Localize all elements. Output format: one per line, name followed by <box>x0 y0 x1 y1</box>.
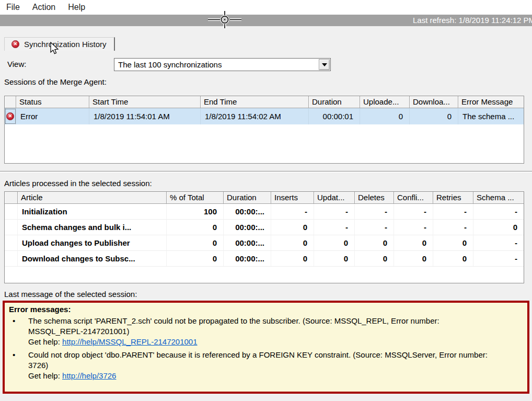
article-icon-cell <box>5 235 18 250</box>
article-schema: - <box>473 204 524 219</box>
sessions-label: Sessions of the Merge Agent: <box>4 77 107 86</box>
column-header-icon[interactable] <box>5 96 16 108</box>
column-header-inserts[interactable]: Inserts <box>271 192 314 204</box>
last-message-label: Last message of the selected session: <box>4 290 137 299</box>
column-header-schema[interactable]: Schema ... <box>473 192 524 204</box>
article-name: Schema changes and bulk i... <box>18 220 167 235</box>
article-updates: 0 <box>314 235 355 250</box>
get-help-label: Get help: <box>28 371 60 380</box>
article-icon-cell <box>5 204 18 219</box>
article-duration: 00:00:... <box>224 235 271 250</box>
view-dropdown[interactable]: The last 100 synchronizations <box>114 58 331 71</box>
article-pct: 0 <box>167 251 224 266</box>
menu-bar: File Action Help <box>0 0 532 15</box>
article-icon-cell <box>5 220 18 235</box>
column-header-deletes[interactable]: Deletes <box>355 192 394 204</box>
column-header-end-time[interactable]: End Time <box>201 96 309 108</box>
session-status-icon-cell <box>5 108 16 124</box>
column-header-status[interactable]: Status <box>16 96 89 108</box>
menu-file[interactable]: File <box>0 0 26 15</box>
session-row-selected[interactable]: Error 1/8/2019 11:54:01 AM 1/8/2019 11:5… <box>5 108 524 124</box>
article-updates: - <box>314 220 355 235</box>
session-uploaded: 0 <box>360 108 410 124</box>
menu-help[interactable]: Help <box>62 0 91 15</box>
article-deletes: - <box>355 220 394 235</box>
article-retries: 0 <box>433 235 473 250</box>
article-name: Upload changes to Publisher <box>18 235 167 250</box>
article-row[interactable]: Download changes to Subsc... 0 00:00:...… <box>5 251 524 267</box>
article-row[interactable]: Initialization 100 00:00:... - - - - - - <box>5 204 524 220</box>
column-header-conflicts[interactable]: Confli... <box>394 192 433 204</box>
error-message-item: • The schema script 'PARENT_2.sch' could… <box>9 316 523 347</box>
article-retries: - <box>433 204 473 219</box>
session-end-time: 1/8/2019 11:54:02 AM <box>201 108 309 124</box>
article-deletes: 0 <box>355 235 394 250</box>
tab-label: Synchronization History <box>24 40 107 49</box>
column-header-icon[interactable] <box>5 192 18 204</box>
error-message-text: Could not drop object 'dbo.PARENT' becau… <box>28 350 523 360</box>
article-schema: 0 <box>473 220 524 235</box>
session-start-time: 1/8/2019 11:54:01 AM <box>89 108 201 124</box>
view-dropdown-value: The last 100 synchronizations <box>118 59 222 71</box>
articles-header-row: Article % of Total Duration Inserts Upda… <box>5 192 524 204</box>
sessions-table: Status Start Time End Time Duration Uplo… <box>4 96 524 164</box>
crosshair-icon <box>207 10 242 29</box>
dropdown-arrow-button[interactable] <box>319 59 330 70</box>
article-name: Download changes to Subsc... <box>18 251 167 266</box>
column-header-duration[interactable]: Duration <box>309 96 360 108</box>
error-icon <box>6 112 14 120</box>
article-row[interactable]: Schema changes and bulk i... 0 00:00:...… <box>5 220 524 235</box>
session-downloaded: 0 <box>410 108 458 124</box>
article-pct: 0 <box>167 235 224 250</box>
article-conflicts: - <box>394 204 433 219</box>
article-conflicts: 0 <box>394 235 433 250</box>
article-retries: - <box>433 220 473 235</box>
article-duration: 00:00:... <box>224 251 271 266</box>
column-header-duration[interactable]: Duration <box>224 192 271 204</box>
column-header-start-time[interactable]: Start Time <box>89 96 201 108</box>
article-deletes: - <box>355 204 394 219</box>
menu-action[interactable]: Action <box>26 0 62 15</box>
column-header-pct-of-total[interactable]: % of Total <box>167 192 224 204</box>
error-icon <box>11 40 19 48</box>
column-header-article[interactable]: Article <box>18 192 167 204</box>
last-refresh-status: Last refresh: 1/8/2019 11:24:12 PM <box>413 15 532 26</box>
article-pct: 0 <box>167 220 224 235</box>
article-row[interactable]: Upload changes to Publisher 0 00:00:... … <box>5 235 524 251</box>
article-updates: - <box>314 204 355 219</box>
help-link[interactable]: http://help/3726 <box>62 371 116 380</box>
article-inserts: 0 <box>271 251 314 266</box>
column-header-error-message[interactable]: Error Message <box>458 96 524 108</box>
mouse-cursor-icon <box>50 42 60 55</box>
get-help-label: Get help: <box>28 337 60 346</box>
error-messages-panel: Error messages: • The schema script 'PAR… <box>3 301 529 394</box>
session-duration: 00:00:01 <box>309 108 360 124</box>
article-schema: - <box>473 235 524 250</box>
article-icon-cell <box>5 251 18 266</box>
articles-table: Article % of Total Duration Inserts Upda… <box>4 191 524 283</box>
error-message-item: • Could not drop object 'dbo.PARENT' bec… <box>9 350 523 381</box>
session-error-message: The schema ... <box>458 108 524 124</box>
view-label: View: <box>7 60 26 68</box>
column-header-retries[interactable]: Retries <box>433 192 473 204</box>
article-inserts: 0 <box>271 220 314 235</box>
error-message-text: The schema script 'PARENT_2.sch' could n… <box>28 316 523 326</box>
column-header-updates[interactable]: Updat... <box>314 192 355 204</box>
error-message-text: MSSQL_REPL-2147201001) <box>28 326 523 337</box>
column-header-downloaded[interactable]: Downloa... <box>410 96 458 108</box>
article-duration: 00:00:... <box>224 204 271 219</box>
article-schema: - <box>473 251 524 266</box>
bullet-icon: • <box>13 316 15 326</box>
tab-synchronization-history[interactable]: Synchronization History <box>4 37 115 51</box>
help-link[interactable]: http://help/MSSQL_REPL-2147201001 <box>62 337 198 346</box>
article-pct: 100 <box>167 204 224 219</box>
sessions-header-row: Status Start Time End Time Duration Uplo… <box>5 96 524 108</box>
article-duration: 00:00:... <box>224 220 271 235</box>
error-message-text: 3726) <box>28 360 523 371</box>
column-header-uploaded[interactable]: Uploade... <box>360 96 410 108</box>
article-conflicts: - <box>394 220 433 235</box>
article-deletes: 0 <box>355 251 394 266</box>
chevron-down-icon <box>322 63 327 66</box>
splitter-divider[interactable] <box>0 171 532 173</box>
session-status: Error <box>16 108 89 124</box>
